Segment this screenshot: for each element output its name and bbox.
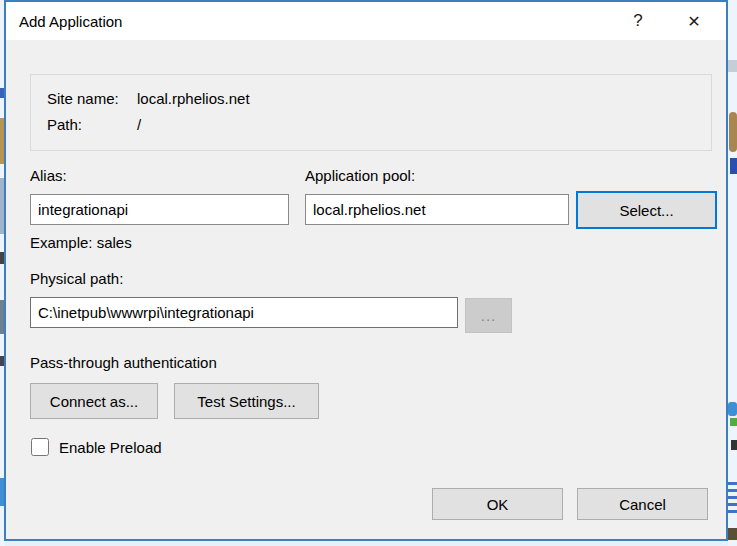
screenshot-canvas: Add Application ? ✕ Site name: local.rph…: [0, 0, 737, 546]
background-fragment: [730, 158, 737, 174]
enable-preload-label: Enable Preload: [59, 439, 162, 456]
passthrough-authentication-label: Pass-through authentication: [30, 354, 217, 371]
background-fragment: [729, 112, 737, 152]
site-path-row: Path: /: [47, 116, 711, 133]
background-fragment: [728, 528, 737, 540]
alias-input[interactable]: [30, 194, 289, 225]
browse-button[interactable]: ...: [465, 298, 512, 333]
enable-preload-checkbox[interactable]: [31, 438, 49, 456]
site-path-label: Path:: [47, 116, 137, 133]
add-application-dialog: Add Application ? ✕ Site name: local.rph…: [4, 0, 728, 541]
background-fragment: [728, 503, 737, 506]
background-fragment: [728, 402, 737, 416]
close-icon[interactable]: ✕: [678, 6, 710, 36]
site-name-row: Site name: local.rphelios.net: [47, 90, 711, 107]
background-fragment: [728, 496, 737, 499]
background-window-right-sliver: [728, 0, 737, 546]
background-fragment: [728, 482, 737, 485]
physical-path-input[interactable]: [30, 297, 458, 328]
background-fragment: [730, 418, 737, 426]
cancel-button[interactable]: Cancel: [577, 488, 708, 520]
select-button[interactable]: Select...: [576, 191, 717, 229]
application-pool-input[interactable]: [305, 194, 569, 225]
help-icon[interactable]: ?: [622, 6, 654, 36]
physical-path-label: Physical path:: [30, 270, 123, 287]
connect-as-button[interactable]: Connect as...: [30, 383, 158, 419]
alias-example-text: Example: sales: [30, 234, 132, 251]
alias-label: Alias:: [30, 167, 67, 184]
site-info-box: Site name: local.rphelios.net Path: /: [30, 74, 712, 151]
ok-button[interactable]: OK: [432, 488, 563, 520]
dialog-title: Add Application: [6, 13, 122, 30]
background-fragment: [728, 489, 737, 492]
site-name-label: Site name:: [47, 90, 137, 107]
dialog-titlebar[interactable]: Add Application ? ✕: [6, 2, 726, 40]
test-settings-button[interactable]: Test Settings...: [174, 383, 319, 419]
application-pool-label: Application pool:: [305, 167, 415, 184]
background-fragment: [728, 60, 737, 72]
background-fragment: [731, 440, 737, 450]
site-path-value: /: [137, 116, 141, 133]
site-name-value: local.rphelios.net: [137, 90, 250, 107]
background-fragment: [728, 510, 737, 513]
